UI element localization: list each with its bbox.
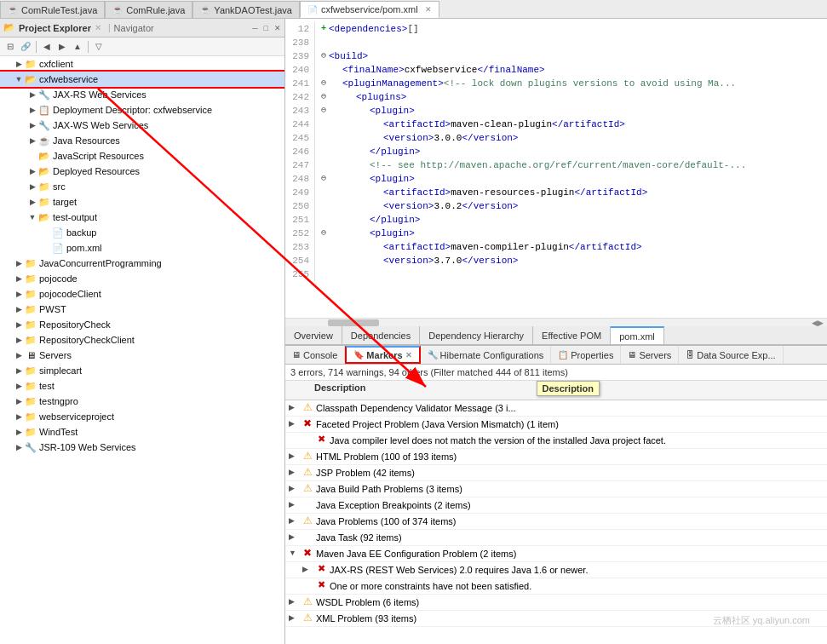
- expand-arrow[interactable]: ▶: [27, 90, 37, 99]
- pom-tab-effective-pom[interactable]: Effective POM: [533, 326, 611, 344]
- tree-item-backup[interactable]: 📄 backup: [0, 225, 284, 240]
- code-content[interactable]: 12 + <dependencies>[] 238 239: [285, 19, 827, 318]
- tree-item-pom-xml[interactable]: 📄 pom.xml: [0, 240, 284, 256]
- marker-row[interactable]: ▶ ⚠ HTML Problem (100 of 193 items): [285, 449, 827, 465]
- expand-arrow[interactable]: ▶: [14, 443, 24, 451]
- marker-row[interactable]: ▶ ⚠ Classpath Dependency Validator Messa…: [285, 400, 827, 417]
- expand-arrow[interactable]: ▶: [27, 121, 37, 129]
- tree-item-deployed-resources[interactable]: ▶ 📂 Deployed Resources: [0, 164, 284, 179]
- tree-item-jsr109[interactable]: ▶ 🔧 JSR-109 Web Services: [0, 440, 284, 455]
- expand-arrow[interactable]: ▶: [14, 305, 24, 313]
- tree-item-repo-check[interactable]: ▶ 📁 RepositoryCheck: [0, 317, 284, 332]
- tree-item-jax-rs[interactable]: ▶ 🔧 JAX-RS Web Services: [0, 87, 284, 102]
- up-button[interactable]: ▲: [71, 40, 84, 54]
- maximize-icon[interactable]: □: [264, 24, 268, 32]
- marker-row[interactable]: ▶ Java Exception Breakpoints (2 items): [285, 497, 827, 514]
- collapse-all-button[interactable]: ⊟: [3, 40, 17, 54]
- tree-item-cxfwebservice[interactable]: ▼ 📂 cxfwebservice: [0, 72, 284, 87]
- tree-item-webserviceproject[interactable]: ▶ 📁 webserviceproject: [0, 409, 284, 424]
- marker-row[interactable]: ▶ ✖ Faceted Project Problem (Java Versio…: [285, 417, 827, 433]
- pom-tab-dep-hierarchy[interactable]: Dependency Hierarchy: [420, 326, 533, 344]
- tree-item-java-resources[interactable]: ▶ ☕ Java Resources: [0, 133, 284, 148]
- expand-arrow[interactable]: ▶: [14, 320, 24, 329]
- tree-item-test[interactable]: ▶ 📁 test: [0, 378, 284, 394]
- expand-arrow[interactable]: ▶: [27, 106, 37, 114]
- expand-icon[interactable]: ▶: [289, 498, 301, 509]
- description-column-header[interactable]: Description: [314, 382, 366, 398]
- tree-item-src[interactable]: ▶ 📁 src: [0, 179, 284, 194]
- expand-icon[interactable]: ▶: [289, 450, 301, 460]
- expand-icon[interactable]: ▶: [289, 466, 301, 476]
- expand-arrow[interactable]: ▶: [14, 382, 24, 390]
- expand-icon[interactable]: ▶: [289, 417, 301, 428]
- expand-icon[interactable]: ▶: [289, 531, 301, 541]
- close-icon-tab[interactable]: ✕: [425, 5, 432, 14]
- marker-row[interactable]: ▶ ⚠ WSDL Problem (6 items): [285, 595, 827, 611]
- expand-arrow[interactable]: ▶: [14, 428, 24, 436]
- view-tab-datasource[interactable]: 🗄 Data Source Exp...: [679, 346, 783, 364]
- expand-icon[interactable]: ▶: [289, 515, 301, 525]
- pom-tab-dependencies[interactable]: Dependencies: [342, 326, 420, 344]
- expand-icon[interactable]: ▼: [289, 547, 301, 557]
- marker-row[interactable]: ▶ ⚠ Java Build Path Problems (3 items): [285, 481, 827, 497]
- tab-com-rule-test[interactable]: ☕ ComRuleTest.java: [0, 1, 105, 18]
- back-button[interactable]: ◀: [40, 40, 54, 54]
- link-editor-button[interactable]: 🔗: [19, 40, 32, 54]
- expand-arrow[interactable]: ▶: [27, 167, 37, 175]
- view-tab-console[interactable]: 🖥 Console: [285, 346, 345, 364]
- close-panel-icon[interactable]: ✕: [274, 24, 281, 32]
- horizontal-scrollbar[interactable]: ◀▶: [285, 318, 827, 326]
- close-markers-tab[interactable]: ✕: [405, 351, 412, 359]
- expand-arrow[interactable]: ▶: [14, 412, 24, 421]
- tab-yank-dao[interactable]: ☕ YankDAOTest.java: [192, 1, 300, 18]
- expand-arrow[interactable]: ▶: [14, 366, 24, 375]
- tree-item-testngpro[interactable]: ▶ 📁 testngpro: [0, 394, 284, 409]
- expand-arrow[interactable]: ▶: [27, 182, 37, 191]
- minimize-icon[interactable]: ─: [252, 24, 257, 32]
- tree-item-test-output[interactable]: ▼ 📂 test-output: [0, 210, 284, 225]
- expand-arrow[interactable]: ▶: [14, 351, 24, 359]
- expand-arrow[interactable]: ▼: [27, 213, 37, 221]
- scrollbar-thumb[interactable]: [328, 319, 379, 326]
- tree-item-pojocode[interactable]: ▶ 📁 pojocode: [0, 271, 284, 286]
- tree-item-simplecart[interactable]: ▶ 📁 simplecart: [0, 363, 284, 378]
- tree-item-cxfclient[interactable]: ▶ 📁 cxfclient: [0, 56, 284, 72]
- tree-item-deploy-desc[interactable]: ▶ 📋 Deployment Descriptor: cxfwebservice: [0, 102, 284, 118]
- expand-arrow[interactable]: ▶: [14, 290, 24, 298]
- pom-tab-overview[interactable]: Overview: [285, 326, 342, 344]
- expand-icon[interactable]: ▶: [302, 563, 314, 573]
- marker-row[interactable]: ✖ Java compiler level does not match the…: [285, 433, 827, 449]
- expand-arrow[interactable]: ▶: [14, 274, 24, 283]
- expand-icon[interactable]: ▶: [289, 595, 301, 606]
- expand-arrow[interactable]: ▶: [27, 198, 37, 206]
- marker-row[interactable]: ▶ ✖ JAX-RS (REST Web Services) 2.0 requi…: [285, 562, 827, 578]
- marker-row[interactable]: ▶ Java Task (92 items): [285, 530, 827, 546]
- tree-item-pwst[interactable]: ▶ 📁 PWST: [0, 302, 284, 317]
- expand-arrow[interactable]: ▶: [14, 259, 24, 267]
- tree-item-pojocodeClient[interactable]: ▶ 📁 pojocodeClient: [0, 286, 284, 302]
- expand-icon[interactable]: ▶: [289, 612, 301, 622]
- tree-item-target[interactable]: ▶ 📁 target: [0, 194, 284, 210]
- marker-row[interactable]: ▼ ✖ Maven Java EE Configuration Problem …: [285, 546, 827, 562]
- marker-row[interactable]: ▶ ⚠ JSP Problem (42 items): [285, 465, 827, 481]
- tab-pom-xml[interactable]: 📄 cxfwebservice/pom.xml ✕: [300, 1, 439, 18]
- expand-arrow[interactable]: ▶: [14, 397, 24, 405]
- expand-arrow[interactable]: ▼: [14, 75, 24, 83]
- project-tree[interactable]: ▶ 📁 cxfclient ▼ 📂 cxfwebservice ▶: [0, 56, 284, 644]
- expand-arrow[interactable]: ▶: [14, 60, 24, 68]
- view-tab-markers[interactable]: 🔖 Markers ✕: [345, 346, 420, 364]
- expand-icon[interactable]: ▶: [289, 401, 301, 411]
- view-tab-servers[interactable]: 🖥 Servers: [621, 346, 679, 364]
- pom-tab-pom-xml[interactable]: pom.xml: [611, 326, 664, 344]
- navigator-tab[interactable]: Navigator: [114, 23, 154, 33]
- view-tab-properties[interactable]: 📋 Properties: [551, 346, 621, 364]
- marker-row[interactable]: ▶ ⚠ Java Problems (100 of 374 items): [285, 514, 827, 530]
- menu-button[interactable]: ▽: [92, 40, 106, 54]
- expand-arrow[interactable]: ▶: [27, 136, 37, 145]
- tree-item-js-resources[interactable]: 📂 JavaScript Resources: [0, 148, 284, 164]
- tab-com-rule[interactable]: ☕ ComRule.java: [105, 1, 192, 18]
- view-tab-hibernate[interactable]: 🔧 Hibernate Configurations: [421, 346, 552, 364]
- tree-item-servers[interactable]: ▶ 🖥 Servers: [0, 348, 284, 363]
- tree-item-jax-ws[interactable]: ▶ 🔧 JAX-WS Web Services: [0, 118, 284, 133]
- marker-row[interactable]: ✖ One or more constraints have not been …: [285, 578, 827, 595]
